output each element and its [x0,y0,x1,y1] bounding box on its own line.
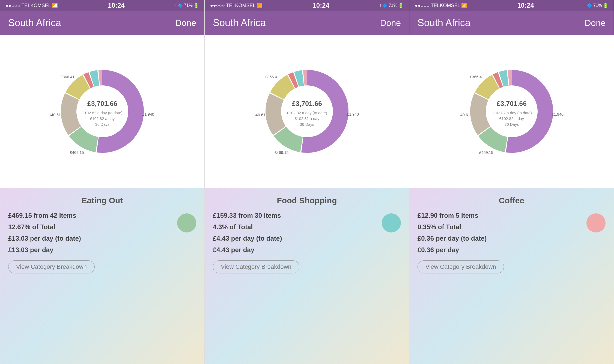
category-title: Food Shopping [213,196,401,205]
per-day-to-date-row: £4.43 per day (to date) [213,234,282,243]
amount-items-row: £469.15 from 42 Items [8,211,81,220]
carrier-name: TELKOMSEL [226,3,255,8]
nav-bar: South Africa Done [0,11,204,35]
battery-icon: 🔋 [193,3,199,8]
time-display: 10:24 [108,2,125,9]
battery-icon: 🔋 [398,3,404,8]
svg-text:£640.61: £640.61 [50,113,61,117]
nav-title: South Africa [8,17,61,29]
svg-text:£102.82 a day: £102.82 a day [294,117,319,121]
category-title: Eating Out [8,196,196,205]
done-button[interactable]: Done [380,18,401,28]
view-breakdown-button[interactable]: View Category Breakdown [418,260,504,273]
carrier-signal: ●●○○○ TELKOMSEL 📶 [210,2,263,8]
signal-dots: ●●○○○ [5,3,20,8]
nav-title: South Africa [418,17,470,29]
nav-bar: South Africa Done [409,11,614,35]
svg-text:£640.61: £640.61 [255,113,266,117]
svg-text:£469.15: £469.15 [274,150,288,155]
svg-text:36 Days: 36 Days [504,122,518,127]
done-button[interactable]: Done [175,18,196,28]
svg-text:£366.41: £366.41 [265,75,279,79]
status-bar: ●●○○○ TELKOMSEL 📶 10:24 ↑ 🔷 71% 🔋 [0,0,204,11]
carrier-name: TELKOMSEL [21,3,51,8]
svg-text:36 Days: 36 Days [300,122,314,127]
per-day-row: £13.03 per day [8,245,81,255]
battery-text: 71% [389,3,397,8]
category-color-dot [586,213,606,232]
svg-text:£102.82 a day: £102.82 a day [90,117,115,121]
amount-items-row: £12.90 from 5 Items [418,211,487,220]
info-panel: Coffee £12.90 from 5 Items 0.35% of Tota… [409,188,614,364]
carrier-signal: ●●○○○ TELKOMSEL 📶 [5,2,58,8]
per-day-row: £0.36 per day [418,245,487,255]
status-bar: ●●○○○ TELKOMSEL 📶 10:24 ↑ 🔷 71% 🔋 [409,0,614,11]
amount-items-row: £159.33 from 30 Items [213,211,282,220]
svg-text:£1,940.77: £1,940.77 [347,112,359,117]
info-panel: Eating Out £469.15 from 42 Items 12.67% … [0,188,204,364]
svg-text:£102.82 a day (to date): £102.82 a day (to date) [287,111,327,115]
info-content: £469.15 from 42 Items 12.67% of Total £1… [8,211,81,255]
percentage-row: 0.35% of Total [418,222,487,232]
chart-area: £1,940.77£469.15£640.61£366.41 £3,701.66… [409,35,614,188]
wifi-icon: 📶 [257,2,263,8]
percentage-row: 12.67% of Total [8,222,81,232]
location-icon: ↑ [379,3,381,8]
info-content: £159.33 from 30 Items 4.3% of Total £4.4… [213,211,282,255]
status-bar: ●●○○○ TELKOMSEL 📶 10:24 ↑ 🔷 71% 🔋 [205,0,409,11]
status-icons: ↑ 🔷 71% 🔋 [379,3,404,8]
bluetooth-icon: 🔷 [382,3,388,8]
bluetooth-icon: 🔷 [587,3,592,8]
svg-text:£640.61: £640.61 [460,113,470,117]
category-color-dot [382,213,401,232]
carrier-name: TELKOMSEL [431,3,460,8]
view-breakdown-button[interactable]: View Category Breakdown [213,260,299,273]
per-day-row: £4.43 per day [213,245,282,255]
bluetooth-icon: 🔷 [178,3,183,8]
phone-panel-3: ●●○○○ TELKOMSEL 📶 10:24 ↑ 🔷 71% 🔋 South … [409,0,614,364]
time-display: 10:24 [313,2,329,9]
svg-text:£469.15: £469.15 [70,150,84,155]
svg-text:£102.82 a day (to date): £102.82 a day (to date) [82,111,122,115]
svg-text:£3,701.66: £3,701.66 [497,100,527,107]
svg-text:£366.41: £366.41 [60,75,74,79]
wifi-icon: 📶 [52,2,58,8]
phone-panel-1: ●●○○○ TELKOMSEL 📶 10:24 ↑ 🔷 71% 🔋 South … [0,0,205,364]
signal-dots: ●●○○○ [415,3,430,8]
category-color-dot [177,213,196,232]
chart-area: £1,940.77£469.15£640.61£366.41 £3,701.66… [205,35,409,188]
category-title: Coffee [418,196,606,205]
wifi-icon: 📶 [461,2,467,8]
battery-text: 71% [593,3,602,8]
carrier-signal: ●●○○○ TELKOMSEL 📶 [415,2,467,8]
svg-text:36 Days: 36 Days [95,122,109,127]
nav-title: South Africa [213,17,266,29]
location-icon: ↑ [175,3,177,8]
battery-text: 71% [184,3,193,8]
info-panel: Food Shopping £159.33 from 30 Items 4.3%… [205,188,409,364]
svg-text:£469.15: £469.15 [479,150,493,155]
view-breakdown-button[interactable]: View Category Breakdown [8,260,95,273]
svg-text:£1,940.77: £1,940.77 [142,112,154,117]
svg-text:£102.82 a day: £102.82 a day [499,117,524,121]
battery-icon: 🔋 [603,3,608,8]
svg-text:£3,701.66: £3,701.66 [292,100,322,107]
info-content: £12.90 from 5 Items 0.35% of Total £0.36… [418,211,487,255]
phone-panel-2: ●●○○○ TELKOMSEL 📶 10:24 ↑ 🔷 71% 🔋 South … [205,0,409,364]
chart-area: £1,940.77£469.15£640.61£366.41 £3,701.66… [0,35,204,188]
nav-bar: South Africa Done [205,11,409,35]
signal-dots: ●●○○○ [210,3,225,8]
status-icons: ↑ 🔷 71% 🔋 [584,3,608,8]
per-day-to-date-row: £0.36 per day (to date) [418,234,487,243]
per-day-to-date-row: £13.03 per day (to date) [8,234,81,243]
svg-text:£1,940.77: £1,940.77 [552,112,564,117]
location-icon: ↑ [584,3,586,8]
time-display: 10:24 [517,2,534,9]
done-button[interactable]: Done [585,18,606,28]
svg-text:£3,701.66: £3,701.66 [87,100,117,107]
percentage-row: 4.3% of Total [213,222,282,232]
status-icons: ↑ 🔷 71% 🔋 [175,3,199,8]
svg-text:£102.82 a day (to date): £102.82 a day (to date) [491,111,532,115]
svg-text:£366.41: £366.41 [470,75,484,79]
